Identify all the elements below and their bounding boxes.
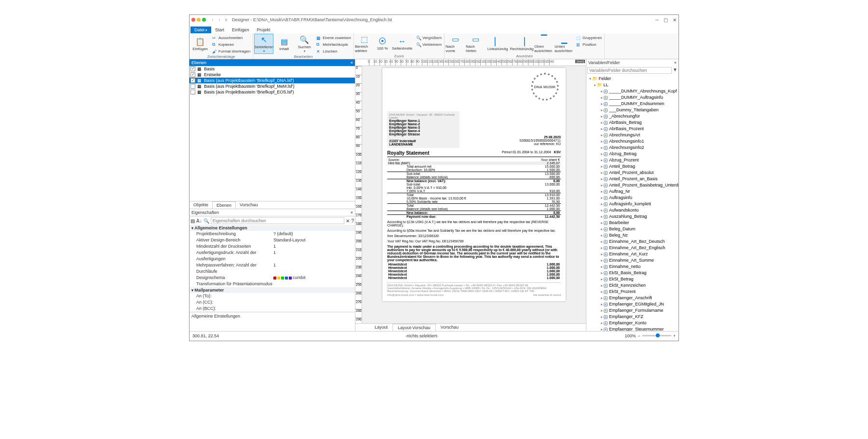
copy-button[interactable]: ⧉Kopieren <box>211 41 252 48</box>
close-dot[interactable] <box>191 18 195 22</box>
prop-row[interactable]: Ausfertigungsdruck: Anzahl der Ausfertig… <box>190 250 355 262</box>
zoom-in-button[interactable]: 🔍Vergrößern <box>415 35 443 41</box>
field-node[interactable]: ▸AAbrechnungsinfo1 <box>587 138 678 145</box>
field-node[interactable]: ▸A___Dummy_Titelangaben <box>587 107 678 113</box>
select-button[interactable]: ↖Selektieren▾ <box>254 34 273 54</box>
prop-row[interactable]: Mehrpassverfahren: Anzahl der Durchläufe… <box>190 262 355 275</box>
zoom-out-button[interactable]: 🔍Verkleinern <box>415 41 443 48</box>
props-search-input[interactable] <box>211 217 345 224</box>
align-bottom-button[interactable]: ▁Unten ausrichten <box>555 34 574 54</box>
field-node[interactable]: ▸AAnteil_Prozent_Basisbetrag_Unterdrücke… <box>587 182 678 188</box>
field-node[interactable]: ▸A_Abrechnungfür <box>587 113 678 120</box>
tab-vorschau[interactable]: Vorschau <box>236 201 262 209</box>
layer-row[interactable]: ▦Basis <box>190 66 355 72</box>
layer-row[interactable]: ▦Erstseite <box>190 72 355 78</box>
position-button[interactable]: ⊞Position <box>575 41 603 48</box>
field-node[interactable]: ▸AAuftragsinfo <box>587 195 678 201</box>
field-node[interactable]: ▸AEinnahme_netto <box>587 264 678 270</box>
filter-icon[interactable]: ▼ <box>673 67 678 74</box>
field-node[interactable]: ▸AAbrechnungsinfo2 <box>587 145 678 151</box>
tab-objekte[interactable]: Objekte <box>190 201 212 209</box>
fields-search-input[interactable] <box>587 67 672 74</box>
canvas-scroll[interactable]: DNA MUSIK DNA MUSIK GmbH · Hauptstr. 30 … <box>362 66 586 323</box>
prop-category[interactable]: Allgemeine Einstellungen <box>190 225 355 231</box>
field-node[interactable]: ▸A_____DUMMY_Endsummen <box>587 101 678 107</box>
field-node[interactable]: ▸AEinnahme_Art_Summe <box>587 257 678 264</box>
nav-refresh-icon[interactable]: v <box>223 17 229 22</box>
report-page[interactable]: DNA MUSIK DNA MUSIK GmbH · Hauptstr. 30 … <box>382 68 566 301</box>
fullscreen-dot[interactable] <box>202 18 206 22</box>
delete-button[interactable]: ✕Löschen <box>315 48 353 54</box>
fields-tree[interactable]: ▾📁 Felder ▸📁 LL ▸A_____DUMMY_Abrechnungs… <box>586 75 678 331</box>
bring-forward-button[interactable]: ▭Nach vorne <box>446 34 465 54</box>
prop-row[interactable]: Transformation für Präsentationsmodus <box>190 281 355 287</box>
field-node[interactable]: ▸AEkSt_Betrag <box>587 276 678 282</box>
align-top-button[interactable]: ▔Oben ausrichten <box>534 34 554 54</box>
layer-row[interactable]: ▦Basis (aus Projektbaustein 'Briefkopf_M… <box>190 83 355 89</box>
layer-row[interactable]: ▦Basis (aus Projektbaustein 'Briefkopf_D… <box>190 78 355 83</box>
tree-root[interactable]: ▾📁 Felder <box>587 76 678 82</box>
maximize-icon[interactable]: ▢ <box>664 17 668 23</box>
field-node[interactable]: ▸AEinnahme_Art_Bez_Deutsch <box>587 239 678 245</box>
close-icon[interactable]: ✕ <box>673 17 677 23</box>
field-node[interactable]: ▸ABeleg_Nz <box>587 232 678 239</box>
minimize-dot[interactable] <box>197 18 201 22</box>
tree-ll[interactable]: ▸📁 LL <box>587 82 678 88</box>
layer-checkbox[interactable] <box>190 84 195 89</box>
tab-datei[interactable]: Datei▾ <box>190 27 211 33</box>
tab-ebenen[interactable]: Ebenen <box>212 201 236 209</box>
multicopy-button[interactable]: ⧉Mehrfachkopie <box>315 41 353 48</box>
field-node[interactable]: ▸AEmpfaenger_Anschrift <box>587 295 678 301</box>
prop-category[interactable]: Mailparameter <box>190 287 355 293</box>
field-node[interactable]: ▸A_____DUMMY_Abrechnungs_Kopf <box>587 88 678 94</box>
prop-row[interactable]: Designschema combit <box>190 275 355 281</box>
nav-fwd-icon[interactable]: › <box>217 17 222 22</box>
prop-row[interactable]: Projektbeschreibung? (default) <box>190 231 355 237</box>
field-node[interactable]: ▸AEmpfaenger_Konto <box>587 320 678 326</box>
field-node[interactable]: ▸AEmpfaenger_EGMitglied_JN <box>587 301 678 307</box>
tab-projekt[interactable]: Projekt <box>253 27 274 33</box>
paste-button[interactable]: 📋Einfügen <box>190 34 210 54</box>
layer-checkbox[interactable] <box>190 67 195 71</box>
zoom-area-button[interactable]: ⬚Bereich wählen <box>355 34 374 54</box>
field-node[interactable]: ▸AEkSt_Basis_Betrag <box>587 270 678 276</box>
field-node[interactable]: ▸AAuszahlung_Betrag <box>587 213 678 220</box>
zoom-plus-icon[interactable]: + <box>673 333 676 338</box>
send-backward-button[interactable]: ▭Nach hinten <box>466 34 485 54</box>
field-node[interactable]: ▸AAuftragsinfo_komplett <box>587 201 678 207</box>
prop-clear-icon[interactable]: ✕ <box>346 218 350 224</box>
prop-search-icon[interactable]: 🔍 <box>203 218 209 224</box>
field-node[interactable]: ▸AAuftrag_Nr <box>587 188 678 195</box>
prop-sort-icon[interactable]: A↓ <box>196 218 202 224</box>
format-painter-button[interactable]: 🖌Format übertragen <box>211 48 252 54</box>
prop-row[interactable]: An (To): <box>190 293 355 299</box>
prop-help-icon[interactable]: ? <box>351 218 354 224</box>
search-button[interactable]: 🔍Suchen▾ <box>295 34 314 54</box>
tab-vorschau2[interactable]: Vorschau <box>436 324 464 331</box>
panel-close-icon[interactable]: × <box>674 60 677 65</box>
group-button[interactable]: ⬚Gruppieren <box>575 35 603 41</box>
field-node[interactable]: ▸AEinnahme_Art_Bez_Englisch <box>587 245 678 251</box>
field-node[interactable]: ▸AAbzug_Betrag <box>587 151 678 157</box>
nav-back-icon[interactable]: ‹ <box>210 17 216 22</box>
field-node[interactable]: ▸AAnteil_Betrag <box>587 163 678 170</box>
field-node[interactable]: ▸AAufwandskonto <box>587 207 678 213</box>
field-node[interactable]: ▸AEkSt_Kennzeichen <box>587 282 678 289</box>
field-node[interactable]: ▸AEmpfaenger_Formularname <box>587 307 678 314</box>
prop-row[interactable]: An (BCC): <box>190 306 355 312</box>
zoom-100-button[interactable]: ⦿100 % <box>375 34 390 54</box>
align-right-button[interactable]: ▕Rechtsbündig <box>510 34 533 54</box>
minimize-icon[interactable]: ─ <box>655 17 659 23</box>
field-node[interactable]: ▸AAbrechnungsArt <box>587 132 678 138</box>
tab-layout-vorschau[interactable]: Layout-Vorschau <box>393 324 436 331</box>
field-node[interactable]: ▸A_____DUMMY_Auftragsinfo <box>587 94 678 101</box>
field-node[interactable]: ▸ABeleg_Datum <box>587 226 678 232</box>
layer-checkbox[interactable] <box>190 78 195 83</box>
zoom-minus-icon[interactable]: − <box>637 333 640 338</box>
field-node[interactable]: ▸AAbzug_Prozent <box>587 157 678 163</box>
field-node[interactable]: ▸AEkSt_Prozent <box>587 289 678 295</box>
content-button[interactable]: ▤Inhalt <box>274 34 294 54</box>
field-node[interactable]: ▸AEinnahme_Art_Kurz <box>587 251 678 257</box>
props-table[interactable]: Allgemeine EinstellungenProjektbeschreib… <box>190 225 355 312</box>
field-node[interactable]: ▸AAnteil_Prozent_an_Basis <box>587 176 678 182</box>
